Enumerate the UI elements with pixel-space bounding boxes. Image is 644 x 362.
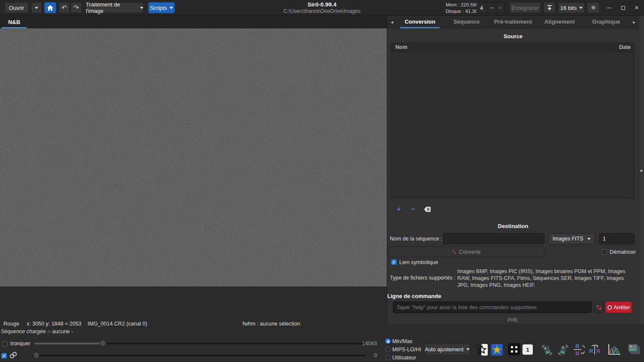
save-as-button[interactable]	[544, 2, 556, 13]
hamburger-icon: ≡	[591, 4, 595, 12]
bw-star-display-button[interactable]	[476, 344, 488, 356]
column-date[interactable]: Date	[619, 44, 631, 50]
symlink-checkbox[interactable]: ✓	[391, 259, 397, 265]
histogram-icon	[607, 343, 621, 356]
sequence-name-input[interactable]	[443, 233, 544, 244]
rotate-right-icon	[557, 344, 570, 356]
source-table-header: Nom Date	[391, 43, 634, 52]
command-list-button[interactable]	[594, 301, 604, 313]
mirror-horizontal-button[interactable]: RЯ	[588, 343, 601, 356]
add-files-button[interactable]: +	[394, 205, 404, 213]
source-file-table[interactable]: Nom Date	[391, 43, 635, 199]
close-button[interactable]: ✕	[630, 2, 643, 13]
close-icon: ✕	[635, 5, 639, 11]
tabs-scroll-right-button[interactable]: ▸	[629, 19, 639, 25]
pixel-coords-label: x: 3050 y: 1848 = 2053	[27, 321, 82, 327]
zoom-100-button[interactable]: 1	[522, 344, 533, 355]
caret-down-icon	[140, 7, 143, 9]
rotate-right-button[interactable]	[556, 343, 570, 356]
display-mode-user[interactable]: Utilisateur	[385, 354, 416, 361]
image-processing-menu-button[interactable]: Traitement de l'image	[85, 2, 144, 13]
export-icon	[547, 5, 553, 11]
viewer-statusbar: Rouge x: 3050 y: 1848 = 2053 IMG_0014.CR…	[0, 320, 387, 329]
viewer-tabbar: N&B	[0, 16, 387, 28]
image-canvas[interactable]	[0, 28, 387, 286]
zoom-increase-button[interactable]: +	[496, 3, 504, 13]
clear-list-button[interactable]	[422, 205, 432, 213]
save-button[interactable]: Enregistrer	[509, 2, 541, 13]
output-format-select[interactable]: Images FITS	[548, 233, 595, 244]
open-button[interactable]: Ouvrir	[4, 2, 29, 13]
minimize-button[interactable]	[603, 2, 616, 13]
expand-panel-icon: ▸	[641, 168, 643, 173]
working-directory: C:\Users\franck\OneDrive\Images	[193, 8, 451, 14]
tab-nb[interactable]: N&B	[2, 16, 27, 28]
chain-link-icon	[9, 351, 18, 361]
restore-icon	[621, 6, 625, 10]
command-input[interactable]	[393, 301, 592, 313]
home-button[interactable]	[44, 2, 56, 13]
supported-types-value: Images BMP, Images PIC (IRIS), Images bi…	[457, 268, 632, 289]
scripts-menu-button[interactable]: Scripts	[148, 2, 175, 13]
start-index-input[interactable]	[599, 233, 635, 244]
high-level-value: 14043	[352, 341, 377, 347]
svg-text:R: R	[575, 343, 580, 350]
right-panel: ◂ Conversion Séquence Pré-traitement Ali…	[387, 16, 639, 324]
column-nom[interactable]: Nom	[395, 44, 407, 50]
redo-icon: ↷	[73, 4, 79, 12]
fwhm-label: fwhm : aucune sélection	[243, 321, 300, 327]
color-star-display-button[interactable]	[491, 344, 503, 356]
minimize-icon	[607, 8, 611, 8]
command-grid-icon	[596, 305, 601, 310]
undo-icon: ↶	[61, 4, 67, 12]
sequence-list-button[interactable]	[626, 343, 641, 356]
link-levels-checkbox[interactable]: ✓	[1, 353, 7, 359]
zoom-fit-icon	[508, 343, 520, 356]
stop-record-icon	[608, 305, 612, 310]
auto-adjust-select[interactable]: Auto ajustement	[424, 344, 470, 355]
mirror-vertical-button[interactable]: RR	[572, 343, 585, 356]
open-recent-button[interactable]	[31, 2, 42, 13]
rotate-left-button[interactable]	[540, 343, 553, 356]
collapsed-panel-strip[interactable]: ▸	[639, 16, 644, 324]
column-separator	[611, 43, 611, 52]
display-mode-minmax[interactable]: Min/Max	[385, 338, 413, 344]
app-menu-button[interactable]: ≡	[587, 2, 600, 13]
high-level-handle[interactable]	[100, 340, 106, 347]
home-icon	[47, 5, 53, 11]
display-mode-mips[interactable]: MIPS-LO/HI	[385, 346, 421, 353]
high-level-slider[interactable]	[34, 343, 366, 344]
low-level-handle[interactable]	[33, 352, 39, 359]
tab-conversion[interactable]: Conversion	[397, 16, 443, 28]
tab-pretraitement[interactable]: Pré-traitement	[490, 16, 536, 28]
bw-star-icon	[476, 344, 488, 356]
zoom-fit-button[interactable]	[508, 343, 520, 356]
loaded-image-noise	[0, 28, 387, 286]
restore-button[interactable]	[617, 2, 629, 13]
low-level-slider[interactable]	[32, 355, 366, 356]
truncate-checkbox[interactable]	[2, 341, 8, 347]
rotate-left-icon	[541, 344, 553, 356]
tab-alignement[interactable]: Alignement	[536, 16, 583, 28]
symlink-label: Lien symbolique	[399, 259, 438, 265]
stop-button[interactable]: Arrêter	[605, 301, 632, 313]
convert-button[interactable]: Convertir	[389, 246, 544, 257]
radio-icon	[385, 347, 391, 352]
demosaic-checkbox[interactable]	[601, 249, 607, 255]
sequence-loaded-label: Séquence chargée :	[1, 329, 49, 335]
histogram-button[interactable]	[607, 343, 621, 356]
tab-sequence[interactable]: Séquence	[443, 16, 489, 28]
radio-selected-icon	[385, 338, 391, 344]
zoom-decrease-button[interactable]: −	[487, 3, 495, 13]
remove-files-button[interactable]: −	[408, 205, 418, 213]
bit-depth-select[interactable]: 16 bits	[558, 2, 585, 13]
caret-down-icon	[587, 238, 591, 240]
zoom-spinbox[interactable]: 4 − +	[477, 2, 505, 13]
redo-button[interactable]: ↷	[70, 2, 82, 13]
titlebar: Ouvrir ↶ ↷ Traitement de l'image Scripts…	[0, 0, 644, 16]
undo-button[interactable]: ↶	[58, 2, 70, 13]
tabs-scroll-left-button[interactable]: ◂	[387, 19, 397, 25]
caret-down-icon	[579, 7, 583, 9]
viewer-background	[0, 286, 387, 320]
tab-graphique[interactable]: Graphique	[583, 16, 629, 28]
